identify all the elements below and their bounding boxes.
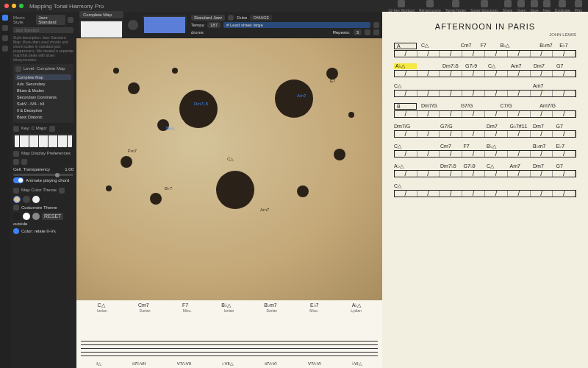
home-icon[interactable] bbox=[49, 126, 55, 132]
chord-symbol[interactable]: Dm7 bbox=[533, 124, 553, 130]
chord-symbol[interactable] bbox=[417, 83, 438, 89]
chord-symbol[interactable]: C△ bbox=[421, 43, 438, 49]
chord-symbol[interactable]: Cm7 bbox=[461, 43, 478, 49]
transparency-slider[interactable] bbox=[13, 174, 74, 176]
chord-symbol[interactable]: Dm7 bbox=[533, 163, 553, 169]
chord-symbol[interactable]: C△ bbox=[394, 144, 415, 149]
level-item[interactable]: Complete Map bbox=[15, 74, 71, 80]
map-node[interactable] bbox=[106, 185, 112, 191]
piano-preview[interactable] bbox=[79, 20, 123, 39]
chord-symbol[interactable]: Dm7/G bbox=[394, 124, 415, 130]
level-item[interactable]: Adv. Secondary bbox=[15, 81, 71, 87]
chord-symbol[interactable]: F7 bbox=[481, 43, 498, 49]
chord-symbol[interactable]: G7 bbox=[556, 124, 577, 130]
music-style-value[interactable]: Jazz Standard bbox=[36, 15, 65, 25]
chord-symbol[interactable]: G7 bbox=[556, 163, 577, 169]
chord-symbol[interactable]: C△ bbox=[394, 83, 415, 89]
palette-icon[interactable] bbox=[59, 188, 65, 194]
chord-symbol[interactable] bbox=[417, 183, 438, 189]
sync-icon[interactable] bbox=[13, 126, 19, 132]
chord-symbol[interactable]: Dm7 bbox=[534, 63, 553, 69]
level-item[interactable]: II & Deceptive bbox=[15, 107, 71, 113]
reset-button[interactable]: RESET bbox=[42, 213, 63, 220]
chord-symbol[interactable]: C△ bbox=[394, 183, 415, 189]
swatch-dark[interactable] bbox=[23, 196, 30, 203]
map-node-large[interactable] bbox=[179, 90, 218, 128]
map-node[interactable] bbox=[113, 68, 119, 74]
toolbar-icon[interactable] bbox=[452, 0, 459, 7]
key-piano[interactable] bbox=[13, 134, 74, 149]
chord-symbol[interactable] bbox=[487, 83, 507, 89]
chord-symbol[interactable]: Am7 bbox=[533, 83, 553, 89]
chord-symbol[interactable] bbox=[417, 144, 438, 149]
forward-icon[interactable] bbox=[21, 159, 27, 165]
map-node-large[interactable] bbox=[275, 79, 313, 118]
swatch-blue[interactable] bbox=[13, 228, 19, 234]
toolbar-icon[interactable] bbox=[426, 0, 434, 7]
toolbar-icon[interactable] bbox=[504, 0, 512, 7]
map-node[interactable] bbox=[121, 156, 132, 168]
chord-symbol[interactable]: Dm7/G bbox=[421, 103, 438, 110]
toolbar-icon[interactable] bbox=[531, 0, 538, 7]
map-node[interactable] bbox=[297, 185, 309, 197]
chord-symbol[interactable] bbox=[464, 124, 484, 130]
maximize-icon[interactable] bbox=[19, 4, 24, 8]
style-search-input[interactable] bbox=[13, 27, 74, 33]
toolbar-icon[interactable] bbox=[559, 0, 566, 7]
chord-symbol[interactable] bbox=[510, 144, 531, 149]
swatch[interactable] bbox=[32, 213, 40, 220]
chord-symbol[interactable]: C7/G bbox=[500, 103, 517, 110]
chord-symbol[interactable]: A♭△ bbox=[394, 63, 417, 69]
chord-symbol[interactable] bbox=[510, 183, 531, 189]
chord-symbol[interactable]: G7/G bbox=[461, 103, 478, 110]
map-node[interactable] bbox=[150, 193, 162, 205]
view-select[interactable]: # Lead sheet large bbox=[223, 22, 370, 28]
chord-symbol[interactable]: B♭△ bbox=[487, 144, 507, 149]
swatch-light[interactable] bbox=[32, 196, 40, 203]
chord-symbol[interactable] bbox=[441, 43, 458, 49]
tab-map-icon[interactable] bbox=[2, 15, 8, 21]
level-item[interactable]: SubV - IV6 - bII bbox=[15, 101, 71, 107]
chord-symbol[interactable]: Cm7 bbox=[440, 144, 461, 149]
map-select[interactable]: Complete Map bbox=[79, 11, 123, 18]
chord-symbol[interactable] bbox=[417, 124, 438, 130]
chord-symbol[interactable] bbox=[440, 83, 461, 89]
chord-symbol[interactable]: C△ bbox=[487, 163, 507, 169]
minimize-icon[interactable] bbox=[12, 4, 16, 8]
window-controls[interactable] bbox=[4, 4, 24, 8]
tab-icon[interactable] bbox=[2, 35, 8, 41]
chord-symbol[interactable]: G7 bbox=[556, 63, 576, 69]
toolbar-icon[interactable] bbox=[543, 0, 551, 7]
chord-symbol[interactable]: Am7 bbox=[511, 63, 531, 69]
theme-swatches[interactable] bbox=[13, 196, 74, 203]
chord-symbol[interactable] bbox=[441, 103, 458, 110]
menu-icon[interactable] bbox=[68, 17, 74, 23]
close-icon[interactable] bbox=[4, 4, 9, 8]
chord-symbol[interactable]: A♭△ bbox=[394, 163, 415, 169]
tab-icon[interactable] bbox=[2, 46, 8, 52]
chord-symbol[interactable] bbox=[487, 183, 507, 189]
change-button[interactable]: CHANGE bbox=[250, 15, 271, 21]
chord-symbol[interactable]: B♭△ bbox=[500, 43, 517, 49]
tempo-value[interactable]: 187 bbox=[207, 22, 220, 28]
toolbar-icon[interactable] bbox=[398, 0, 405, 7]
play-button[interactable] bbox=[128, 20, 138, 30]
loop-icon[interactable] bbox=[365, 29, 370, 35]
customize-label[interactable]: Customize Theme bbox=[21, 205, 57, 210]
chord-symbol[interactable]: G7♭9 bbox=[465, 63, 485, 69]
toolbar-icon[interactable] bbox=[575, 0, 582, 7]
chord-symbol[interactable]: Dm7♭5 bbox=[440, 163, 461, 169]
back-icon[interactable] bbox=[13, 159, 19, 165]
toolbar-icon[interactable] bbox=[517, 0, 525, 7]
chord-symbol[interactable] bbox=[464, 83, 484, 89]
chord-symbol[interactable] bbox=[556, 83, 577, 89]
expand-icon[interactable] bbox=[373, 22, 379, 28]
map-node[interactable] bbox=[348, 112, 354, 118]
chevron-icon[interactable] bbox=[13, 205, 19, 210]
map-node-large[interactable] bbox=[216, 171, 254, 209]
swatch[interactable] bbox=[13, 213, 21, 220]
chord-symbol[interactable]: Dm7 bbox=[487, 124, 507, 130]
chord-symbol[interactable]: B♭m7 bbox=[533, 144, 553, 149]
chord-symbol[interactable] bbox=[417, 163, 438, 169]
chord-symbol[interactable]: C△ bbox=[488, 63, 508, 69]
